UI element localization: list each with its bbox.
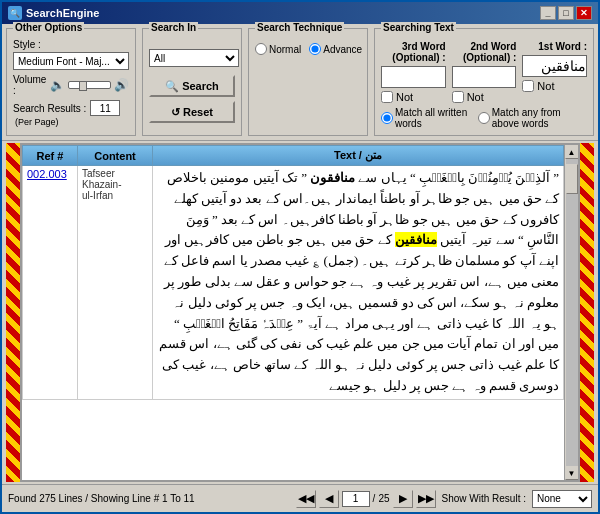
speaker-icon-left: 🔈	[50, 78, 65, 92]
search-results-label: Search Results :	[13, 103, 86, 114]
table-header-row: Ref # Content Text / متن	[23, 146, 564, 166]
ref-link[interactable]: 002.003	[27, 168, 67, 180]
scroll-track[interactable]	[566, 159, 578, 466]
normal-radio[interactable]	[255, 43, 267, 55]
search-icon: 🔍	[165, 80, 179, 93]
word3-label: 3rd Word (Optional) :	[381, 41, 446, 63]
prev-page-button[interactable]: ◀	[319, 490, 339, 508]
volume-row: Volume : 🔈 🔊	[13, 74, 129, 96]
table-scroll-area[interactable]: Ref # Content Text / متن 002.003	[22, 145, 564, 480]
word3-input[interactable]	[381, 66, 446, 88]
search-technique-label: Search Technique	[255, 22, 344, 33]
window-controls: _ □ ✕	[540, 6, 592, 20]
not2-checkbox[interactable]	[452, 91, 464, 103]
content-area: Ref # Content Text / متن 002.003	[2, 141, 598, 484]
title-bar-left: 🔍 SearchEngine	[8, 6, 99, 20]
search-buttons: 🔍 Search ↺ Reset	[149, 75, 235, 123]
not1-row: Not	[522, 80, 587, 92]
style-label: Style :	[13, 39, 129, 50]
word1-input[interactable]	[522, 55, 587, 77]
technique-radio-row: Normal Advance	[255, 43, 361, 55]
nav-controls: ◀◀ ◀ / 25 ▶ ▶▶	[296, 490, 436, 508]
page-input[interactable]	[342, 491, 370, 507]
highlighted-word-1: منافقون	[310, 170, 355, 185]
table-row: 002.003 Tafseer Khazain- ul-Irfan ” آلذِ…	[23, 166, 564, 400]
volume-label: Volume :	[13, 74, 47, 96]
word1-col: 1st Word : Not	[522, 41, 587, 103]
scroll-thumb[interactable]	[566, 164, 578, 194]
not3-checkbox[interactable]	[381, 91, 393, 103]
word1-label: 1st Word :	[522, 41, 587, 52]
word2-input[interactable]	[452, 66, 517, 88]
content-cell: Tafseer Khazain- ul-Irfan	[78, 166, 153, 400]
advance-radio[interactable]	[309, 43, 321, 55]
match-any-label[interactable]: Match any from above words	[478, 107, 587, 129]
reset-button[interactable]: ↺ Reset	[149, 101, 235, 123]
text-cell: ” آلذِیۡنَ یُؤۡمِنُوۡنَ بِالۡغَیۡبِ “ یہ…	[153, 166, 564, 400]
show-result-select[interactable]: None	[532, 490, 592, 508]
search-results-input[interactable]	[90, 100, 120, 116]
status-bar: Found 275 Lines / Showing Line # 1 To 11…	[2, 484, 598, 512]
not1-checkbox[interactable]	[522, 80, 534, 92]
search-in-label: Search In	[149, 22, 198, 33]
close-button[interactable]: ✕	[576, 6, 592, 20]
status-text: Found 275 Lines / Showing Line # 1 To 11	[8, 493, 290, 504]
first-page-button[interactable]: ◀◀	[296, 490, 316, 508]
title-bar: 🔍 SearchEngine _ □ ✕	[2, 2, 598, 24]
page-separator: /	[373, 493, 376, 504]
search-button[interactable]: 🔍 Search	[149, 75, 235, 97]
not3-row: Not	[381, 91, 446, 103]
searching-text-panel: Searching Text 3rd Word (Optional) : Not…	[374, 28, 594, 136]
reset-icon: ↺	[171, 106, 180, 119]
app-icon: 🔍	[8, 6, 22, 20]
normal-radio-label[interactable]: Normal	[255, 43, 301, 55]
diamond-border-left	[6, 143, 20, 482]
highlighted-word-2: منافقین	[395, 232, 437, 247]
search-in-panel: Search In All 🔍 Search ↺ Reset	[142, 28, 242, 136]
word2-label: 2nd Word (Optional) :	[452, 41, 517, 63]
not2-row: Not	[452, 91, 517, 103]
scroll-up-arrow[interactable]: ▲	[565, 145, 579, 159]
word-columns: 3rd Word (Optional) : Not 2nd Word (Opti…	[381, 41, 587, 103]
table-with-borders: Ref # Content Text / متن 002.003	[6, 143, 594, 482]
word3-col: 3rd Word (Optional) : Not	[381, 41, 446, 103]
next-page-button[interactable]: ▶	[393, 490, 413, 508]
style-select[interactable]: Medium Font - Maj...	[13, 52, 129, 70]
other-options-panel: Other Options Style : Medium Font - Maj.…	[6, 28, 136, 136]
advance-radio-label[interactable]: Advance	[309, 43, 362, 55]
match-radio-row: Match all written words Match any from a…	[381, 107, 587, 129]
col-header-ref: Ref #	[23, 146, 78, 166]
show-result-label: Show With Result :	[442, 493, 526, 504]
col-header-content: Content	[78, 146, 153, 166]
minimize-button[interactable]: _	[540, 6, 556, 20]
per-page-label: (Per Page)	[15, 117, 129, 127]
search-in-select[interactable]: All	[149, 49, 239, 67]
other-options-label: Other Options	[13, 22, 84, 33]
speaker-icon-right: 🔊	[114, 78, 129, 92]
window-title: SearchEngine	[26, 7, 99, 19]
toolbar-area: Other Options Style : Medium Font - Maj.…	[2, 24, 598, 141]
diamond-border-right	[580, 143, 594, 482]
main-window: 🔍 SearchEngine _ □ ✕ Other Options Style…	[0, 0, 600, 514]
volume-slider[interactable]	[68, 81, 111, 89]
search-technique-panel: Search Technique Normal Advance	[248, 28, 368, 136]
match-all-label[interactable]: Match all written words	[381, 107, 470, 129]
match-any-radio[interactable]	[478, 112, 490, 124]
search-results-row: Search Results :	[13, 100, 129, 116]
page-total: 25	[378, 493, 389, 504]
vertical-scrollbar[interactable]: ▲ ▼	[564, 145, 578, 480]
word2-col: 2nd Word (Optional) : Not	[452, 41, 517, 103]
table-wrapper: Ref # Content Text / متن 002.003	[20, 143, 580, 482]
col-header-text: Text / متن	[153, 146, 564, 166]
ref-cell: 002.003	[23, 166, 78, 400]
results-table: Ref # Content Text / متن 002.003	[22, 145, 564, 400]
maximize-button[interactable]: □	[558, 6, 574, 20]
searching-text-label: Searching Text	[381, 22, 456, 33]
match-all-radio[interactable]	[381, 112, 393, 124]
last-page-button[interactable]: ▶▶	[416, 490, 436, 508]
scroll-down-arrow[interactable]: ▼	[565, 466, 579, 480]
